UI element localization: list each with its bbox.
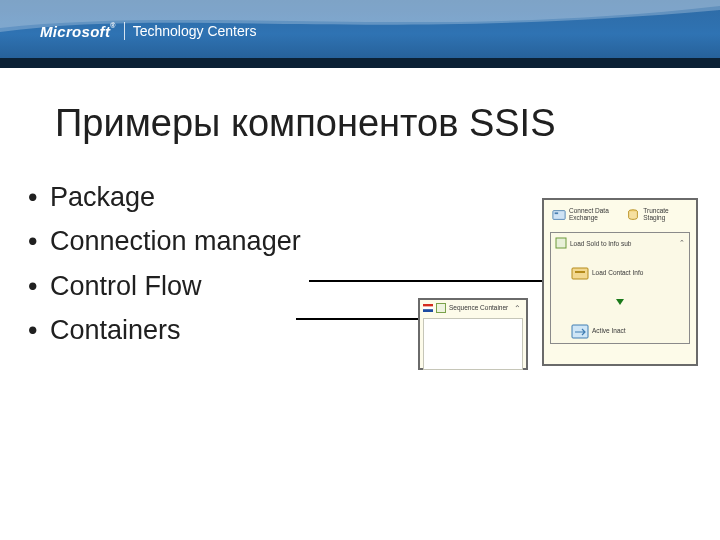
svg-rect-8	[423, 307, 433, 310]
node-active-inact: Active Inact	[571, 324, 685, 339]
brand-sublabel: Technology Centers	[133, 23, 257, 39]
node-label: Active Inact	[592, 328, 626, 335]
registered-mark: ®	[110, 22, 115, 29]
header-banner: Microsoft® Technology Centers	[0, 0, 720, 68]
logo-separator	[124, 22, 125, 40]
container-header: Load Sold to Info sub ⌃	[555, 237, 685, 249]
diagram-top-row: Connect Data Exchange Truncate Staging	[550, 206, 690, 224]
flow-arrow-icon	[616, 299, 624, 305]
logo-block: Microsoft® Technology Centers	[40, 22, 256, 40]
svg-rect-3	[556, 238, 566, 248]
node-truncate-staging: Truncate Staging	[624, 206, 690, 224]
node-label: Connect Data Exchange	[569, 208, 616, 222]
task-icon	[552, 208, 566, 222]
container-title-small: Sequence Container	[449, 305, 508, 312]
bullet-item: Containers	[30, 308, 301, 352]
node-label: Truncate Staging	[643, 208, 688, 222]
container-body-empty	[423, 318, 523, 370]
bullet-text: Connection manager	[50, 226, 301, 256]
container-small-icon	[436, 303, 446, 313]
connector-control-flow	[309, 280, 547, 282]
bullet-item: Control Flow	[30, 264, 301, 308]
node-label: Load Contact Info	[592, 270, 643, 277]
node-load-contact-info: Load Contact Info	[571, 266, 685, 281]
collapse-icon: ⌃	[514, 304, 523, 313]
svg-rect-0	[553, 211, 565, 220]
container-header-small: Sequence Container ⌃	[423, 303, 523, 316]
containers-diagram: Sequence Container ⌃	[418, 298, 528, 370]
svg-rect-5	[575, 271, 585, 273]
svg-rect-1	[555, 212, 559, 214]
task-db-icon	[626, 208, 640, 222]
flag-icon	[423, 304, 433, 312]
node-connect-data-exchange: Connect Data Exchange	[550, 206, 618, 224]
package-icon	[571, 266, 589, 281]
connector-containers	[296, 318, 423, 320]
brand-logo-text: Microsoft®	[40, 23, 116, 40]
slide-title: Примеры компонентов SSIS	[55, 102, 556, 145]
control-flow-diagram: Connect Data Exchange Truncate Staging L…	[542, 198, 698, 366]
svg-rect-9	[423, 309, 433, 312]
svg-rect-4	[572, 268, 588, 279]
dataflow-icon	[571, 324, 589, 339]
bullet-text: Control Flow	[50, 271, 202, 301]
container-icon	[555, 237, 567, 249]
bullet-text: Package	[50, 182, 155, 212]
container-title: Load Sold to Info sub	[570, 240, 631, 247]
bullet-text: Containers	[50, 315, 181, 345]
svg-rect-7	[423, 304, 433, 307]
bullet-item: Package	[30, 175, 301, 219]
brand-name: Microsoft	[40, 23, 110, 40]
bullet-item: Connection manager	[30, 219, 301, 263]
svg-rect-10	[437, 304, 446, 313]
sequence-container-box: Load Sold to Info sub ⌃ Load Contact Inf…	[550, 232, 690, 344]
collapse-icon: ⌃	[679, 239, 685, 247]
bullet-list: Package Connection manager Control Flow …	[30, 175, 301, 353]
